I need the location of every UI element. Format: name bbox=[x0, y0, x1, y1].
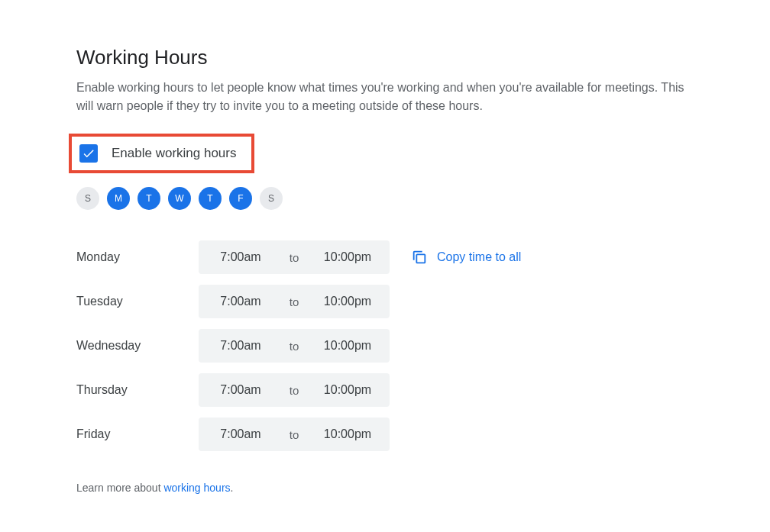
time-block: 7:00am to 10:00pm bbox=[199, 285, 390, 318]
start-time[interactable]: 7:00am bbox=[206, 427, 275, 441]
end-time[interactable]: 10:00pm bbox=[313, 383, 382, 397]
to-label: to bbox=[275, 251, 313, 264]
learn-more: Learn more about working hours. bbox=[76, 482, 694, 494]
copy-time-to-all-label: Copy time to all bbox=[437, 250, 521, 264]
end-time[interactable]: 10:00pm bbox=[313, 250, 382, 264]
start-time[interactable]: 7:00am bbox=[206, 383, 275, 397]
end-time[interactable]: 10:00pm bbox=[313, 295, 382, 308]
schedule-block: Monday 7:00am to 10:00pm Tuesday 7:00am … bbox=[76, 240, 694, 451]
day-chip-fri[interactable]: F bbox=[229, 187, 252, 210]
to-label: to bbox=[275, 428, 313, 441]
enable-highlight-box: Enable working hours bbox=[69, 134, 254, 173]
day-chip-row: S M T W T F S bbox=[76, 187, 694, 210]
time-block: 7:00am to 10:00pm bbox=[199, 329, 390, 363]
day-label: Thursday bbox=[76, 383, 199, 397]
page-title: Working Hours bbox=[76, 46, 694, 69]
day-chip-wed[interactable]: W bbox=[168, 187, 191, 210]
time-block: 7:00am to 10:00pm bbox=[199, 373, 390, 407]
schedule-row: Tuesday 7:00am to 10:00pm bbox=[76, 285, 390, 318]
day-chip-thu[interactable]: T bbox=[199, 187, 222, 210]
day-chip-tue[interactable]: T bbox=[138, 187, 160, 210]
schedule-row: Friday 7:00am to 10:00pm bbox=[76, 418, 390, 451]
enable-checkbox[interactable] bbox=[79, 144, 98, 163]
copy-time-to-all-button[interactable]: Copy time to all bbox=[411, 240, 521, 274]
day-label: Monday bbox=[76, 250, 199, 264]
start-time[interactable]: 7:00am bbox=[206, 339, 275, 353]
end-time[interactable]: 10:00pm bbox=[313, 427, 382, 441]
schedule-row: Monday 7:00am to 10:00pm bbox=[76, 240, 390, 274]
day-label: Wednesday bbox=[76, 339, 199, 353]
day-label: Friday bbox=[76, 427, 199, 441]
copy-icon bbox=[411, 249, 428, 266]
page-description: Enable working hours to let people know … bbox=[76, 79, 688, 115]
learn-more-suffix: . bbox=[231, 482, 234, 494]
schedule-row: Thursday 7:00am to 10:00pm bbox=[76, 373, 390, 407]
start-time[interactable]: 7:00am bbox=[206, 295, 275, 308]
schedule-row: Wednesday 7:00am to 10:00pm bbox=[76, 329, 390, 363]
day-chip-mon[interactable]: M bbox=[107, 187, 130, 210]
to-label: to bbox=[275, 384, 313, 397]
to-label: to bbox=[275, 295, 313, 308]
end-time[interactable]: 10:00pm bbox=[313, 339, 382, 353]
time-block: 7:00am to 10:00pm bbox=[199, 240, 390, 274]
learn-more-link[interactable]: working hours bbox=[163, 482, 230, 494]
svg-rect-0 bbox=[416, 254, 425, 263]
schedule-rows: Monday 7:00am to 10:00pm Tuesday 7:00am … bbox=[76, 240, 390, 451]
day-chip-sun[interactable]: S bbox=[76, 187, 99, 210]
to-label: to bbox=[275, 340, 313, 353]
day-label: Tuesday bbox=[76, 295, 199, 308]
enable-checkbox-label: Enable working hours bbox=[112, 146, 236, 161]
start-time[interactable]: 7:00am bbox=[206, 250, 275, 264]
learn-more-prefix: Learn more about bbox=[76, 482, 163, 494]
time-block: 7:00am to 10:00pm bbox=[199, 418, 390, 451]
day-chip-sat[interactable]: S bbox=[260, 187, 283, 210]
check-icon bbox=[82, 147, 95, 160]
